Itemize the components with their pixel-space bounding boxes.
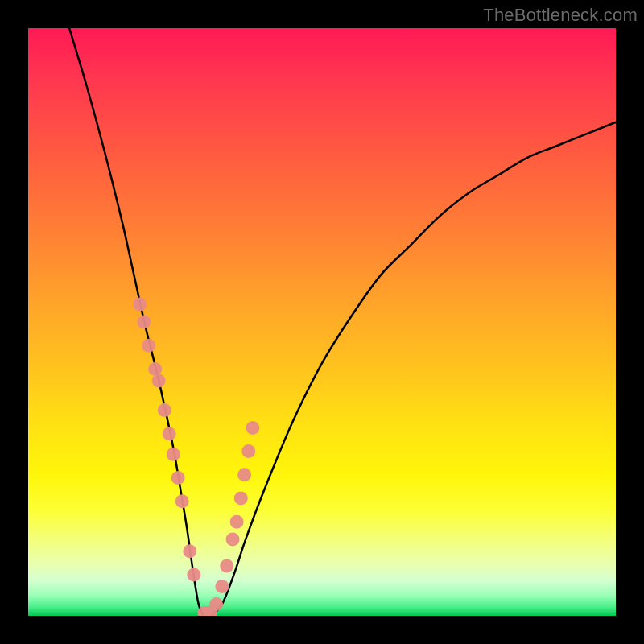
highlight-point [171,471,185,485]
highlight-point [167,448,180,461]
highlight-point [215,580,229,593]
highlight-point [183,544,196,558]
highlight-point [226,533,240,547]
highlight-point [187,568,200,581]
highlight-markers [133,298,259,616]
highlight-point [246,421,259,435]
highlight-point [234,492,248,506]
highlight-point [209,597,223,611]
highlight-point [237,468,251,481]
highlight-point [158,403,171,417]
plot-area [28,28,616,616]
watermark-text: TheBottleneck.com [483,5,638,26]
highlight-point [148,362,162,376]
highlight-point [242,444,255,458]
highlight-point [175,494,189,508]
highlight-point [163,427,176,440]
bottleneck-curve-svg [28,28,616,616]
highlight-point [137,316,151,329]
bottleneck-curve-path [69,28,616,616]
chart-frame: TheBottleneck.com [0,0,644,644]
highlight-point [152,374,166,388]
highlight-point [133,298,147,312]
highlight-point [220,559,233,572]
highlight-point [142,339,155,353]
highlight-point [230,515,244,529]
